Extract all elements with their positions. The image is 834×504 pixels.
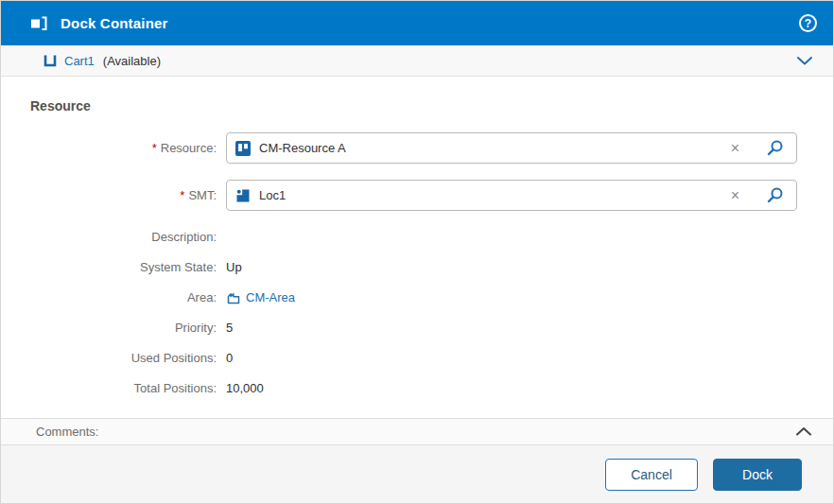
dock-icon [29, 14, 48, 33]
dock-button[interactable]: Dock [713, 459, 802, 491]
container-icon [43, 53, 58, 68]
search-icon[interactable] [766, 139, 784, 157]
detail-row-used-positions: Used Positions: 0 [1, 350, 833, 366]
clear-icon[interactable]: × [729, 141, 741, 156]
cancel-button[interactable]: Cancel [605, 459, 698, 491]
chevron-up-icon[interactable] [795, 426, 812, 437]
dialog-body: Resource *Resource: CM-Resource A [1, 77, 833, 418]
detail-row-system-state: System State: Up [1, 259, 833, 275]
clear-icon[interactable]: × [729, 188, 741, 203]
chevron-down-icon[interactable] [796, 56, 813, 66]
smt-input[interactable]: Loc1 × [226, 180, 797, 211]
required-marker: * [152, 141, 157, 155]
detail-row-priority: Priority: 5 [1, 320, 833, 336]
dialog-footer: Cancel Dock [1, 445, 833, 503]
smt-field-row: *SMT: Loc1 × [1, 180, 797, 211]
resource-input[interactable]: CM-Resource A × [226, 132, 797, 164]
detail-row-total-positions: Total Positions: 10,000 [1, 380, 833, 396]
smt-label-text: SMT: [188, 188, 217, 202]
detail-row-description: Description: [1, 229, 833, 245]
dock-container-dialog: Dock Container ? Cart1 (Available) Resou… [0, 0, 834, 504]
section-title: Resource [30, 98, 833, 113]
required-marker: * [180, 188, 184, 202]
smt-value: Loc1 [259, 188, 286, 202]
description-label: Description: [1, 230, 226, 244]
detail-row-area: Area: CM-Area [1, 289, 833, 305]
location-icon [235, 188, 251, 203]
used-positions-label: Used Positions: [1, 351, 226, 365]
priority-label: Priority: [1, 321, 226, 335]
resource-label-text: Resource: [161, 141, 217, 155]
area-link[interactable]: CM-Area [246, 290, 295, 304]
used-positions-value: 0 [226, 351, 233, 365]
comments-section-bar: Comments: [1, 418, 833, 445]
cart-status: (Available) [103, 54, 161, 68]
total-positions-label: Total Positions: [1, 381, 226, 395]
smt-label: *SMT: [1, 188, 226, 202]
total-positions-value: 10,000 [226, 381, 264, 395]
cart-summary-bar: Cart1 (Available) [1, 45, 833, 77]
dialog-title: Dock Container [61, 15, 168, 31]
area-label: Area: [1, 290, 226, 304]
resource-icon [235, 141, 251, 156]
dialog-header: Dock Container ? [1, 1, 833, 45]
search-icon[interactable] [766, 186, 784, 204]
resource-label: *Resource: [1, 141, 226, 155]
help-icon[interactable]: ? [799, 14, 817, 32]
system-state-label: System State: [1, 260, 226, 274]
comments-label: Comments: [36, 425, 98, 439]
resource-field-row: *Resource: CM-Resource A × [1, 132, 797, 164]
cart-name: Cart1 [64, 54, 95, 68]
area-factory-icon [226, 290, 241, 305]
resource-form: *Resource: CM-Resource A × [1, 132, 833, 396]
resource-value: CM-Resource A [259, 141, 346, 155]
system-state-value: Up [226, 260, 242, 274]
priority-value: 5 [226, 321, 233, 335]
